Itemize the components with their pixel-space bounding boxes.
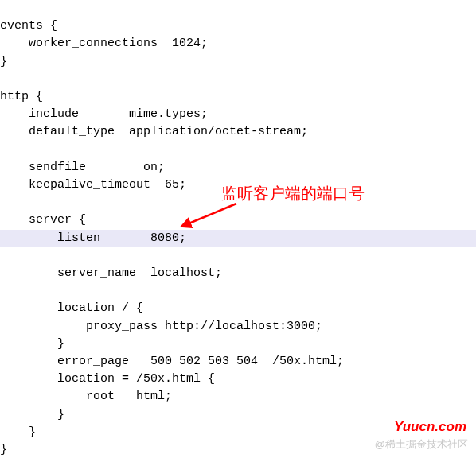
- code-line: }: [0, 408, 64, 421]
- code-line: root html;: [0, 390, 172, 403]
- code-line: http {: [0, 90, 43, 103]
- watermark-yuucn: Yuucn.com: [394, 418, 466, 436]
- code-line: location = /50x.html {: [0, 372, 215, 386]
- code-line: proxy_pass http://localhost:3000;: [0, 320, 322, 333]
- code-line: }: [0, 55, 7, 68]
- code-line: events {: [0, 19, 57, 33]
- code-line: location / {: [0, 301, 143, 315]
- code-line: }: [0, 443, 7, 456]
- nginx-config-code: events { worker_connections 1024; } http…: [0, 0, 476, 458]
- annotation-text: 监听客户端的端口号: [221, 184, 365, 202]
- code-line: include mime.types;: [0, 107, 208, 121]
- code-line: server {: [0, 213, 86, 227]
- code-line-highlighted: listen 8080;: [0, 230, 476, 247]
- code-line: server_name localhost;: [0, 266, 222, 280]
- code-line: worker_connections 1024;: [0, 37, 208, 50]
- code-line: }: [0, 337, 64, 351]
- code-line: default_type application/octet-stream;: [0, 125, 308, 138]
- code-line: }: [0, 425, 36, 439]
- watermark-juejin: @稀土掘金技术社区: [375, 436, 468, 453]
- code-line: keepalive_timeout 65;: [0, 178, 186, 192]
- code-line: error_page 500 502 503 504 /50x.html;: [0, 355, 344, 368]
- code-line: sendfile on;: [0, 161, 165, 174]
